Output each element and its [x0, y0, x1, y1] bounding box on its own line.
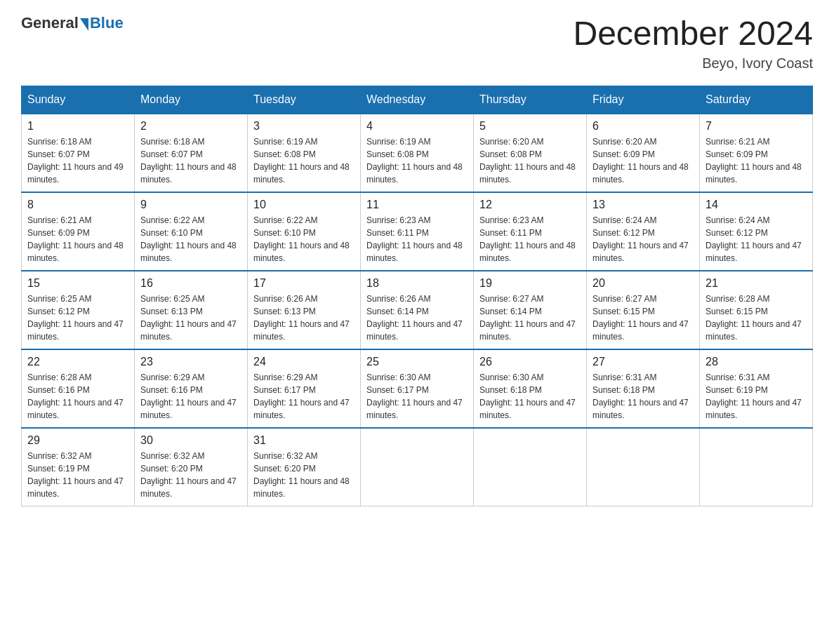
day-number: 23	[140, 356, 241, 368]
day-number: 27	[593, 356, 694, 368]
calendar-cell: 2Sunrise: 6:18 AMSunset: 6:07 PMDaylight…	[135, 114, 248, 192]
title-section: December 2024 Beyo, Ivory Coast	[573, 14, 813, 72]
logo: General Blue	[21, 14, 124, 32]
day-number: 14	[706, 199, 807, 211]
day-info: Sunrise: 6:28 AMSunset: 6:15 PMDaylight:…	[706, 293, 807, 343]
day-number: 29	[27, 434, 128, 447]
calendar-cell: 30Sunrise: 6:32 AMSunset: 6:20 PMDayligh…	[135, 428, 248, 507]
day-info: Sunrise: 6:32 AMSunset: 6:20 PMDaylight:…	[140, 450, 241, 500]
calendar-cell: 16Sunrise: 6:25 AMSunset: 6:13 PMDayligh…	[135, 271, 248, 349]
day-info: Sunrise: 6:21 AMSunset: 6:09 PMDaylight:…	[27, 214, 128, 264]
calendar-cell: 7Sunrise: 6:21 AMSunset: 6:09 PMDaylight…	[700, 114, 813, 192]
calendar-cell: 11Sunrise: 6:23 AMSunset: 6:11 PMDayligh…	[361, 192, 474, 271]
calendar-cell: 31Sunrise: 6:32 AMSunset: 6:20 PMDayligh…	[248, 428, 361, 507]
calendar-cell: 28Sunrise: 6:31 AMSunset: 6:19 PMDayligh…	[700, 349, 813, 428]
calendar-cell: 10Sunrise: 6:22 AMSunset: 6:10 PMDayligh…	[248, 192, 361, 271]
calendar-cell: 29Sunrise: 6:32 AMSunset: 6:19 PMDayligh…	[22, 428, 135, 507]
day-info: Sunrise: 6:23 AMSunset: 6:11 PMDaylight:…	[479, 214, 581, 264]
calendar-cell: 21Sunrise: 6:28 AMSunset: 6:15 PMDayligh…	[700, 271, 813, 349]
day-info: Sunrise: 6:32 AMSunset: 6:19 PMDaylight:…	[27, 450, 128, 500]
day-number: 25	[366, 356, 468, 368]
calendar-cell: 22Sunrise: 6:28 AMSunset: 6:16 PMDayligh…	[22, 349, 135, 428]
day-number: 1	[27, 120, 128, 133]
day-info: Sunrise: 6:27 AMSunset: 6:14 PMDaylight:…	[479, 293, 581, 343]
calendar-cell	[587, 428, 700, 507]
calendar-cell: 5Sunrise: 6:20 AMSunset: 6:08 PMDaylight…	[474, 114, 587, 192]
calendar-cell	[361, 428, 474, 507]
calendar-cell	[474, 428, 587, 507]
calendar-cell: 13Sunrise: 6:24 AMSunset: 6:12 PMDayligh…	[587, 192, 700, 271]
calendar-cell: 12Sunrise: 6:23 AMSunset: 6:11 PMDayligh…	[474, 192, 587, 271]
day-info: Sunrise: 6:30 AMSunset: 6:18 PMDaylight:…	[479, 371, 581, 422]
day-info: Sunrise: 6:28 AMSunset: 6:16 PMDaylight:…	[27, 371, 128, 422]
day-info: Sunrise: 6:24 AMSunset: 6:12 PMDaylight:…	[706, 214, 807, 264]
calendar-cell: 23Sunrise: 6:29 AMSunset: 6:16 PMDayligh…	[135, 349, 248, 428]
day-info: Sunrise: 6:19 AMSunset: 6:08 PMDaylight:…	[366, 135, 468, 186]
day-number: 3	[253, 120, 355, 133]
calendar-week-row-5: 29Sunrise: 6:32 AMSunset: 6:19 PMDayligh…	[22, 428, 813, 507]
day-info: Sunrise: 6:25 AMSunset: 6:12 PMDaylight:…	[27, 293, 128, 343]
calendar-header-friday: Friday	[587, 86, 700, 114]
day-number: 13	[593, 199, 694, 211]
day-info: Sunrise: 6:26 AMSunset: 6:14 PMDaylight:…	[366, 293, 468, 343]
day-number: 28	[706, 356, 807, 368]
day-info: Sunrise: 6:31 AMSunset: 6:19 PMDaylight:…	[706, 371, 807, 422]
calendar-header-monday: Monday	[135, 86, 248, 114]
calendar-cell: 6Sunrise: 6:20 AMSunset: 6:09 PMDaylight…	[587, 114, 700, 192]
page-header: General Blue December 2024 Beyo, Ivory C…	[21, 14, 813, 72]
day-number: 30	[140, 434, 241, 447]
calendar-cell: 20Sunrise: 6:27 AMSunset: 6:15 PMDayligh…	[587, 271, 700, 349]
day-number: 9	[140, 199, 241, 211]
day-number: 7	[706, 120, 807, 133]
day-info: Sunrise: 6:32 AMSunset: 6:20 PMDaylight:…	[253, 450, 355, 500]
calendar-week-row-3: 15Sunrise: 6:25 AMSunset: 6:12 PMDayligh…	[22, 271, 813, 349]
day-info: Sunrise: 6:21 AMSunset: 6:09 PMDaylight:…	[706, 135, 807, 186]
day-number: 20	[593, 277, 694, 290]
calendar-cell: 25Sunrise: 6:30 AMSunset: 6:17 PMDayligh…	[361, 349, 474, 428]
day-number: 22	[27, 356, 128, 368]
calendar-cell: 19Sunrise: 6:27 AMSunset: 6:14 PMDayligh…	[474, 271, 587, 349]
calendar-header-thursday: Thursday	[474, 86, 587, 114]
calendar-week-row-1: 1Sunrise: 6:18 AMSunset: 6:07 PMDaylight…	[22, 114, 813, 192]
day-number: 10	[253, 199, 355, 211]
calendar-cell: 15Sunrise: 6:25 AMSunset: 6:12 PMDayligh…	[22, 271, 135, 349]
day-number: 19	[479, 277, 581, 290]
day-number: 5	[479, 120, 581, 133]
day-number: 6	[593, 120, 694, 133]
day-number: 2	[140, 120, 241, 133]
day-info: Sunrise: 6:26 AMSunset: 6:13 PMDaylight:…	[253, 293, 355, 343]
calendar-header-sunday: Sunday	[22, 86, 135, 114]
day-info: Sunrise: 6:18 AMSunset: 6:07 PMDaylight:…	[27, 135, 128, 186]
calendar-cell: 9Sunrise: 6:22 AMSunset: 6:10 PMDaylight…	[135, 192, 248, 271]
day-number: 4	[366, 120, 468, 133]
day-number: 31	[253, 434, 355, 447]
day-info: Sunrise: 6:18 AMSunset: 6:07 PMDaylight:…	[140, 135, 241, 186]
calendar-header-tuesday: Tuesday	[248, 86, 361, 114]
day-info: Sunrise: 6:31 AMSunset: 6:18 PMDaylight:…	[593, 371, 694, 422]
day-info: Sunrise: 6:22 AMSunset: 6:10 PMDaylight:…	[253, 214, 355, 264]
calendar-table: SundayMondayTuesdayWednesdayThursdayFrid…	[21, 86, 813, 507]
day-number: 26	[479, 356, 581, 368]
day-info: Sunrise: 6:27 AMSunset: 6:15 PMDaylight:…	[593, 293, 694, 343]
logo-arrow-icon	[80, 18, 88, 31]
day-info: Sunrise: 6:24 AMSunset: 6:12 PMDaylight:…	[593, 214, 694, 264]
calendar-cell: 4Sunrise: 6:19 AMSunset: 6:08 PMDaylight…	[361, 114, 474, 192]
day-info: Sunrise: 6:29 AMSunset: 6:16 PMDaylight:…	[140, 371, 241, 422]
day-info: Sunrise: 6:29 AMSunset: 6:17 PMDaylight:…	[253, 371, 355, 422]
calendar-cell: 1Sunrise: 6:18 AMSunset: 6:07 PMDaylight…	[22, 114, 135, 192]
day-number: 8	[27, 199, 128, 211]
calendar-header-saturday: Saturday	[700, 86, 813, 114]
day-number: 18	[366, 277, 468, 290]
day-number: 11	[366, 199, 468, 211]
day-number: 17	[253, 277, 355, 290]
day-number: 15	[27, 277, 128, 290]
day-number: 21	[706, 277, 807, 290]
calendar-cell: 24Sunrise: 6:29 AMSunset: 6:17 PMDayligh…	[248, 349, 361, 428]
calendar-cell: 17Sunrise: 6:26 AMSunset: 6:13 PMDayligh…	[248, 271, 361, 349]
month-title: December 2024	[573, 14, 813, 53]
calendar-header-row: SundayMondayTuesdayWednesdayThursdayFrid…	[22, 86, 813, 114]
day-info: Sunrise: 6:30 AMSunset: 6:17 PMDaylight:…	[366, 371, 468, 422]
day-number: 24	[253, 356, 355, 368]
calendar-cell: 14Sunrise: 6:24 AMSunset: 6:12 PMDayligh…	[700, 192, 813, 271]
calendar-week-row-4: 22Sunrise: 6:28 AMSunset: 6:16 PMDayligh…	[22, 349, 813, 428]
